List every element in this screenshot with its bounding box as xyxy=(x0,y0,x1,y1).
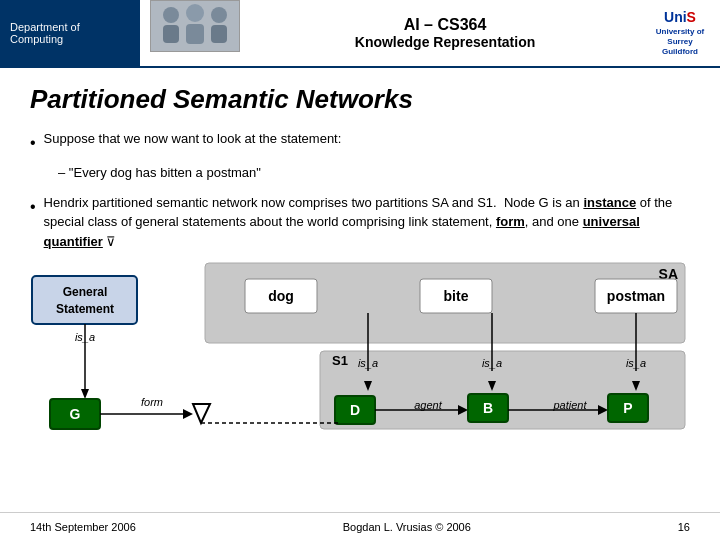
universal-quantifier-symbol xyxy=(193,404,210,423)
patient-label: patient xyxy=(552,399,587,411)
people-images xyxy=(150,0,240,52)
bullet-section-2: • Hendrix partitioned semantic network n… xyxy=(30,193,690,252)
arrow-gs-g xyxy=(81,389,89,399)
svg-point-5 xyxy=(211,7,227,23)
uni-sub2: Guildford xyxy=(644,47,716,57)
uni-logo: UniS University of Surrey Guildford xyxy=(644,8,716,57)
footer-date-text: 14th September 2006 xyxy=(30,521,136,533)
form-arrow-label: form xyxy=(141,396,163,408)
general-statement-label2: Statement xyxy=(56,302,114,316)
universal-quantifier-text: universal quantifier xyxy=(44,214,640,249)
bullet-1-subtext: – "Every dog has bitten a postman" xyxy=(58,163,690,183)
footer: 14th September 2006 Bogdan L. Vrusias © … xyxy=(0,512,720,540)
uni-s-label: UniS xyxy=(644,8,716,26)
main-content: Partitioned Semantic Networks • Suppose … xyxy=(0,68,720,454)
bullet-item-1: • Suppose that we now want to look at th… xyxy=(30,129,690,155)
s1-label: S1 xyxy=(332,353,348,368)
arrow-form xyxy=(183,409,193,419)
dog-node: dog xyxy=(268,288,294,304)
page-title: Partitioned Semantic Networks xyxy=(30,84,690,115)
dept-text: Department of Computing xyxy=(10,21,130,45)
bite-node: bite xyxy=(444,288,469,304)
p-node: P xyxy=(623,400,632,416)
dept-label: Department of Computing xyxy=(0,0,140,66)
svg-rect-9 xyxy=(32,276,137,324)
header-center: AI – CS364 Knowledge Representation xyxy=(250,0,640,66)
d-node: D xyxy=(350,402,360,418)
bullet-2-text: Hendrix partitioned semantic network now… xyxy=(44,193,690,252)
diagram-svg: SA S1 General Statement dog bite postman… xyxy=(30,261,690,436)
b-node: B xyxy=(483,400,493,416)
instance-text: instance xyxy=(583,195,636,210)
footer-author: Bogdan L. Vrusias © 2006 xyxy=(343,521,471,533)
diagram: SA S1 General Statement dog bite postman… xyxy=(30,261,690,436)
general-statement-label: General xyxy=(63,285,108,299)
header-right: UniS University of Surrey Guildford xyxy=(640,0,720,66)
uni-sub1: University of Surrey xyxy=(644,27,716,48)
svg-rect-2 xyxy=(163,25,179,43)
footer-date: 14th September 2006 xyxy=(30,521,136,533)
svg-rect-4 xyxy=(186,24,204,44)
g-node: G xyxy=(70,406,81,422)
svg-point-3 xyxy=(186,4,204,22)
course-subtitle: Knowledge Representation xyxy=(355,34,535,50)
agent-label: agent xyxy=(414,399,442,411)
bullet-dot-1: • xyxy=(30,131,36,155)
svg-point-1 xyxy=(163,7,179,23)
bullet-section-1: • Suppose that we now want to look at th… xyxy=(30,129,690,183)
footer-page: 16 xyxy=(678,521,690,533)
bullet-dot-2: • xyxy=(30,195,36,219)
postman-node: postman xyxy=(607,288,665,304)
course-title: AI – CS364 xyxy=(404,16,487,34)
bullet-item-2: • Hendrix partitioned semantic network n… xyxy=(30,193,690,252)
form-text: form xyxy=(496,214,525,229)
svg-rect-6 xyxy=(211,25,227,43)
bullet-1-text: Suppose that we now want to look at the … xyxy=(44,129,690,149)
header: Department of Computing AI – CS364 Knowl… xyxy=(0,0,720,68)
